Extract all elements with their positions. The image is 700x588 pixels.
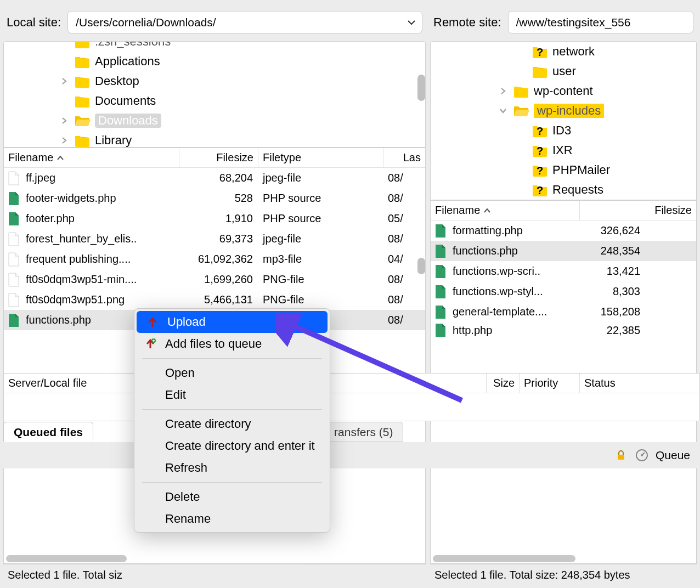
tab-transfers[interactable]: ransfers (5) [324,422,403,442]
disclosure-icon[interactable] [59,76,70,87]
tree-item[interactable]: ?ID3 [431,121,696,140]
col-filesize[interactable]: Filesize [580,201,696,220]
remote-path-value: /www/testingsitex_556 [516,16,631,29]
col-filesize[interactable]: Filesize [179,148,258,167]
tab-queued-files[interactable]: Queued files [3,422,93,442]
col-filename[interactable]: Filename [431,201,580,220]
menu-edit[interactable]: Edit [134,384,330,406]
context-menu: Upload Add files to queue Open Edit Crea… [134,308,330,533]
file-size: 1,699,260 [179,273,258,286]
tree-item[interactable]: ?network [431,42,696,61]
col-status[interactable]: Status [580,374,699,393]
disclosure-icon[interactable] [498,86,509,97]
file-size: 158,208 [580,306,646,318]
menu-create-directory-enter[interactable]: Create directory and enter it [134,435,330,457]
tree-item[interactable]: wp-content [431,81,696,101]
tree-item[interactable]: Desktop [4,71,425,91]
file-row[interactable]: frequent publishing....61,092,362mp3-fil… [4,249,425,269]
chevron-down-icon[interactable] [404,15,419,30]
col-filename[interactable]: Filename [4,148,179,167]
file-size: 68,204 [179,172,258,184]
folder-icon [74,75,91,88]
tree-item[interactable]: Documents [4,91,425,111]
tree-item[interactable]: Library [4,131,425,148]
unknown-folder-icon: ? [532,45,548,58]
file-row[interactable]: ft0s0dqm3wp51-min....1,699,260PNG-file08… [4,269,425,290]
disclosure-icon[interactable] [59,115,70,126]
file-name: forest_hunter_by_elis.. [26,233,137,245]
tree-item[interactable]: ?PHPMailer [431,160,696,180]
remote-path-input[interactable]: /www/testingsitex_556 [508,11,694,33]
scrollbar-thumb[interactable] [417,258,425,274]
tree-item[interactable]: Downloads [4,111,425,131]
file-size: 8,303 [580,285,646,298]
menu-open[interactable]: Open [134,362,330,384]
file-icon [434,244,447,259]
local-site-label: Local site: [7,15,61,30]
file-row[interactable]: functions.wp-scri..13,421 [431,261,696,281]
gauge-icon [635,448,649,462]
menu-separator [142,409,322,410]
tree-item[interactable]: .zsh_sessions [4,41,425,52]
file-name: frequent publishing.... [26,253,131,265]
file-name: functions.wp-scri.. [453,265,540,278]
col-priority[interactable]: Priority [520,374,580,393]
tree-item-label: ID3 [552,123,571,138]
file-icon [7,191,20,206]
file-type: jpeg-file [258,233,383,245]
tree-item[interactable]: user [431,61,696,81]
menu-separator [142,482,322,483]
file-size: 69,373 [179,233,258,245]
tree-item-label: wp-includes [534,104,604,118]
tree-item[interactable]: Applications [4,52,425,71]
menu-create-directory[interactable]: Create directory [134,413,330,435]
file-row[interactable]: functions.php248,354 [431,241,696,261]
scrollbar-thumb[interactable] [417,75,425,101]
menu-delete[interactable]: Delete [134,486,330,508]
folder-icon [74,114,91,127]
menu-refresh[interactable]: Refresh [134,457,330,479]
file-date: 05/ [383,212,422,225]
file-row[interactable]: general-template....158,208 [431,302,696,322]
sort-asc-icon [57,154,64,162]
disclosure-icon[interactable] [498,105,509,116]
tree-item[interactable]: ?Requests [431,180,696,200]
file-row[interactable]: http.php22,385 [431,322,696,338]
file-size: 61,092,362 [179,253,258,265]
folder-icon [74,94,91,108]
disclosure-icon [516,125,527,136]
file-row[interactable]: footer.php1,910PHP source05/ [4,208,425,229]
col-size[interactable]: Size [487,374,520,393]
col-filetype[interactable]: Filetype [258,148,383,167]
svg-text:?: ? [537,145,543,157]
menu-add-to-queue[interactable]: Add files to queue [134,333,330,355]
file-type: PNG-file [258,293,383,306]
folder-icon [74,134,91,147]
local-path-input[interactable]: /Users/cornelia/Downloads/ [67,11,422,33]
remote-tree[interactable]: ?networkuserwp-contentwp-includes?ID3?IX… [430,41,697,200]
menu-rename[interactable]: Rename [134,508,330,530]
file-row[interactable]: footer-widgets.php528PHP source08/ [4,188,425,208]
file-row[interactable]: ff.jpeg68,204jpeg-file08/ [4,168,425,188]
file-row[interactable]: ft0s0dqm3wp51.png5,466,131PNG-file08/ [4,290,425,310]
file-row[interactable]: functions.wp-styl...8,303 [431,281,696,302]
file-date: 08/ [383,172,422,184]
col-lastmod[interactable]: Las [383,148,425,167]
file-row[interactable]: formatting.php326,624 [431,220,696,241]
local-tree[interactable]: .zsh_sessionsApplicationsDesktopDocument… [3,41,426,148]
horizontal-scrollbar[interactable] [431,553,696,563]
disclosure-icon[interactable] [59,135,70,146]
file-type: PHP source [258,192,383,205]
file-row[interactable]: forest_hunter_by_elis..69,373jpeg-file08… [4,229,425,249]
file-type: jpeg-file [258,172,383,184]
file-name: ft0s0dqm3wp51.png [26,293,125,306]
file-icon [434,323,447,338]
menu-upload[interactable]: Upload [137,311,328,333]
horizontal-scrollbar[interactable] [4,553,425,563]
disclosure-icon [516,165,527,176]
tree-item[interactable]: wp-includes [431,101,696,121]
file-icon [7,272,20,287]
tree-item[interactable]: ?IXR [431,140,696,160]
disclosure-icon [59,41,70,47]
local-path-value: /Users/cornelia/Downloads/ [76,16,216,29]
